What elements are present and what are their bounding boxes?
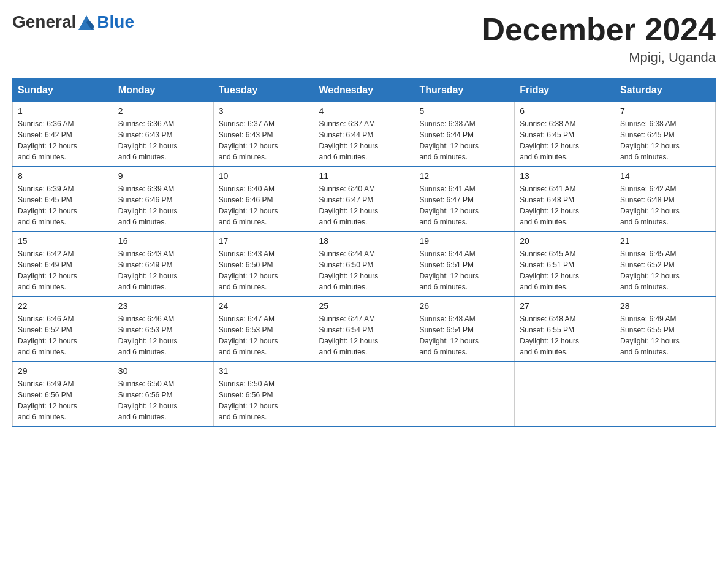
day-cell: 15 Sunrise: 6:42 AMSunset: 6:49 PMDaylig…	[13, 232, 113, 297]
week-row-4: 22 Sunrise: 6:46 AMSunset: 6:52 PMDaylig…	[13, 297, 716, 362]
day-number: 3	[219, 106, 309, 116]
day-cell: 21 Sunrise: 6:45 AMSunset: 6:52 PMDaylig…	[615, 232, 716, 297]
day-number: 25	[319, 301, 409, 311]
month-title: December 2024	[482, 12, 716, 47]
day-cell: 25 Sunrise: 6:47 AMSunset: 6:54 PMDaylig…	[314, 297, 414, 362]
day-info: Sunrise: 6:47 AMSunset: 6:53 PMDaylight:…	[219, 315, 278, 356]
day-cell: 11 Sunrise: 6:40 AMSunset: 6:47 PMDaylig…	[314, 167, 414, 232]
day-info: Sunrise: 6:42 AMSunset: 6:48 PMDaylight:…	[620, 185, 680, 226]
col-saturday: Saturday	[615, 79, 716, 102]
day-number: 20	[520, 236, 610, 246]
day-number: 21	[620, 236, 710, 246]
day-info: Sunrise: 6:45 AMSunset: 6:52 PMDaylight:…	[620, 250, 680, 291]
day-number: 15	[18, 236, 108, 246]
day-number: 6	[520, 106, 610, 116]
day-info: Sunrise: 6:43 AMSunset: 6:50 PMDaylight:…	[219, 250, 278, 291]
day-cell: 10 Sunrise: 6:40 AMSunset: 6:46 PMDaylig…	[213, 167, 314, 232]
day-info: Sunrise: 6:44 AMSunset: 6:51 PMDaylight:…	[419, 250, 479, 291]
day-cell: 1 Sunrise: 6:36 AMSunset: 6:42 PMDayligh…	[13, 102, 113, 167]
logo-text-general: General	[12, 12, 76, 32]
day-number: 2	[118, 106, 208, 116]
day-cell: 23 Sunrise: 6:46 AMSunset: 6:53 PMDaylig…	[113, 297, 213, 362]
day-info: Sunrise: 6:40 AMSunset: 6:47 PMDaylight:…	[319, 185, 379, 226]
day-cell: 16 Sunrise: 6:43 AMSunset: 6:49 PMDaylig…	[113, 232, 213, 297]
day-cell: 3 Sunrise: 6:37 AMSunset: 6:43 PMDayligh…	[213, 102, 314, 167]
day-cell	[615, 362, 716, 427]
col-friday: Friday	[515, 79, 615, 102]
day-number: 26	[419, 301, 509, 311]
week-row-2: 8 Sunrise: 6:39 AMSunset: 6:45 PMDayligh…	[13, 167, 716, 232]
day-number: 27	[520, 301, 610, 311]
day-cell: 22 Sunrise: 6:46 AMSunset: 6:52 PMDaylig…	[13, 297, 113, 362]
day-info: Sunrise: 6:38 AMSunset: 6:44 PMDaylight:…	[419, 120, 479, 161]
day-info: Sunrise: 6:38 AMSunset: 6:45 PMDaylight:…	[520, 120, 579, 161]
week-row-1: 1 Sunrise: 6:36 AMSunset: 6:42 PMDayligh…	[13, 102, 716, 167]
day-cell	[314, 362, 414, 427]
day-cell: 7 Sunrise: 6:38 AMSunset: 6:45 PMDayligh…	[615, 102, 716, 167]
page-header: General Blue December 2024 Mpigi, Uganda	[12, 12, 716, 66]
day-number: 30	[118, 366, 208, 376]
day-cell: 18 Sunrise: 6:44 AMSunset: 6:50 PMDaylig…	[314, 232, 414, 297]
day-number: 28	[620, 301, 710, 311]
day-info: Sunrise: 6:44 AMSunset: 6:50 PMDaylight:…	[319, 250, 379, 291]
day-number: 23	[118, 301, 208, 311]
day-cell: 17 Sunrise: 6:43 AMSunset: 6:50 PMDaylig…	[213, 232, 314, 297]
day-cell	[414, 362, 515, 427]
day-info: Sunrise: 6:43 AMSunset: 6:49 PMDaylight:…	[118, 250, 178, 291]
day-info: Sunrise: 6:50 AMSunset: 6:56 PMDaylight:…	[118, 380, 178, 421]
day-number: 4	[319, 106, 409, 116]
day-cell: 5 Sunrise: 6:38 AMSunset: 6:44 PMDayligh…	[414, 102, 515, 167]
day-info: Sunrise: 6:49 AMSunset: 6:56 PMDaylight:…	[18, 380, 77, 421]
location: Mpigi, Uganda	[482, 50, 716, 66]
day-number: 18	[319, 236, 409, 246]
day-number: 14	[620, 171, 710, 181]
day-info: Sunrise: 6:42 AMSunset: 6:49 PMDaylight:…	[18, 250, 77, 291]
day-cell: 31 Sunrise: 6:50 AMSunset: 6:56 PMDaylig…	[213, 362, 314, 427]
col-tuesday: Tuesday	[213, 79, 314, 102]
day-info: Sunrise: 6:41 AMSunset: 6:47 PMDaylight:…	[419, 185, 479, 226]
day-cell: 30 Sunrise: 6:50 AMSunset: 6:56 PMDaylig…	[113, 362, 213, 427]
day-number: 19	[419, 236, 509, 246]
day-info: Sunrise: 6:48 AMSunset: 6:55 PMDaylight:…	[520, 315, 579, 356]
day-info: Sunrise: 6:36 AMSunset: 6:43 PMDaylight:…	[118, 120, 178, 161]
day-cell: 2 Sunrise: 6:36 AMSunset: 6:43 PMDayligh…	[113, 102, 213, 167]
col-wednesday: Wednesday	[314, 79, 414, 102]
day-cell: 26 Sunrise: 6:48 AMSunset: 6:54 PMDaylig…	[414, 297, 515, 362]
day-number: 9	[118, 171, 208, 181]
day-number: 16	[118, 236, 208, 246]
logo-text-blue: Blue	[97, 12, 134, 32]
week-row-3: 15 Sunrise: 6:42 AMSunset: 6:49 PMDaylig…	[13, 232, 716, 297]
day-info: Sunrise: 6:38 AMSunset: 6:45 PMDaylight:…	[620, 120, 680, 161]
day-number: 7	[620, 106, 710, 116]
day-info: Sunrise: 6:45 AMSunset: 6:51 PMDaylight:…	[520, 250, 579, 291]
day-info: Sunrise: 6:48 AMSunset: 6:54 PMDaylight:…	[419, 315, 479, 356]
day-info: Sunrise: 6:46 AMSunset: 6:52 PMDaylight:…	[18, 315, 77, 356]
day-info: Sunrise: 6:39 AMSunset: 6:46 PMDaylight:…	[118, 185, 178, 226]
day-cell: 20 Sunrise: 6:45 AMSunset: 6:51 PMDaylig…	[515, 232, 615, 297]
day-cell: 4 Sunrise: 6:37 AMSunset: 6:44 PMDayligh…	[314, 102, 414, 167]
day-number: 10	[219, 171, 309, 181]
col-thursday: Thursday	[414, 79, 515, 102]
day-cell: 24 Sunrise: 6:47 AMSunset: 6:53 PMDaylig…	[213, 297, 314, 362]
day-number: 17	[219, 236, 309, 246]
col-sunday: Sunday	[13, 79, 113, 102]
col-monday: Monday	[113, 79, 213, 102]
day-number: 12	[419, 171, 509, 181]
day-info: Sunrise: 6:47 AMSunset: 6:54 PMDaylight:…	[319, 315, 379, 356]
day-info: Sunrise: 6:40 AMSunset: 6:46 PMDaylight:…	[219, 185, 278, 226]
day-info: Sunrise: 6:37 AMSunset: 6:43 PMDaylight:…	[219, 120, 278, 161]
day-cell: 12 Sunrise: 6:41 AMSunset: 6:47 PMDaylig…	[414, 167, 515, 232]
calendar-table: Sunday Monday Tuesday Wednesday Thursday…	[12, 78, 716, 427]
day-info: Sunrise: 6:37 AMSunset: 6:44 PMDaylight:…	[319, 120, 379, 161]
calendar-body: 1 Sunrise: 6:36 AMSunset: 6:42 PMDayligh…	[13, 102, 716, 427]
day-cell: 13 Sunrise: 6:41 AMSunset: 6:48 PMDaylig…	[515, 167, 615, 232]
day-cell: 29 Sunrise: 6:49 AMSunset: 6:56 PMDaylig…	[13, 362, 113, 427]
day-cell: 6 Sunrise: 6:38 AMSunset: 6:45 PMDayligh…	[515, 102, 615, 167]
day-info: Sunrise: 6:46 AMSunset: 6:53 PMDaylight:…	[118, 315, 178, 356]
day-number: 5	[419, 106, 509, 116]
day-number: 24	[219, 301, 309, 311]
day-info: Sunrise: 6:39 AMSunset: 6:45 PMDaylight:…	[18, 185, 77, 226]
day-cell	[515, 362, 615, 427]
day-cell: 8 Sunrise: 6:39 AMSunset: 6:45 PMDayligh…	[13, 167, 113, 232]
day-info: Sunrise: 6:36 AMSunset: 6:42 PMDaylight:…	[18, 120, 77, 161]
